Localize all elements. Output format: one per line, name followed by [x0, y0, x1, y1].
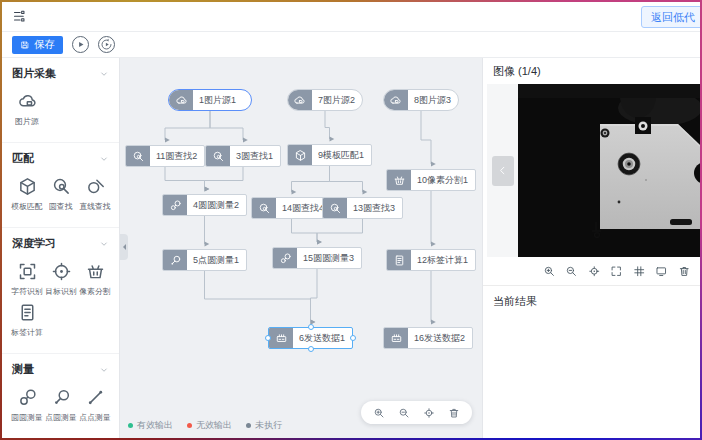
tool-item-label: 字符识别	[11, 286, 42, 297]
circle-find-icon	[126, 146, 150, 166]
flow-node[interactable]: 4圆圆测量2	[162, 194, 247, 216]
image-toolbar	[483, 257, 700, 285]
sidebar-section-header[interactable]: 匹配	[2, 143, 119, 169]
node-connection-handle[interactable]	[265, 335, 271, 341]
zoom-out-icon[interactable]	[565, 265, 578, 278]
flow-node[interactable]: 10像素分割1	[386, 169, 476, 191]
target-icon	[51, 261, 72, 282]
flow-node[interactable]: 13圆查找3	[322, 197, 403, 219]
legend-dot	[128, 423, 133, 428]
legend-item: 未执行	[246, 419, 282, 432]
delete-icon[interactable]	[678, 265, 691, 278]
tool-item-label: 模板匹配	[11, 201, 42, 212]
cloud-image-icon	[175, 94, 188, 107]
tool-item[interactable]: 直线查找	[78, 176, 112, 213]
circle-find-icon	[132, 150, 145, 163]
tool-item-label: 目标识别	[45, 286, 76, 297]
flow-node[interactable]: 6发送数据1	[268, 327, 353, 349]
flow-node[interactable]: 5点圆测量1	[162, 249, 247, 271]
tool-item[interactable]: 字符识别	[10, 261, 44, 298]
run-button[interactable]	[72, 36, 89, 53]
cloud-image-icon	[17, 91, 38, 112]
sidebar-section-header[interactable]: 深度学习	[2, 228, 119, 254]
locate-icon[interactable]	[423, 407, 435, 419]
node-connection-handle[interactable]	[350, 335, 356, 341]
sidebar-section: 图片采集图片源	[2, 58, 119, 143]
flow-canvas[interactable]: 1图片源17图片源28图片源311圆查找23圆查找19模板匹配110像素分割14…	[120, 58, 482, 438]
tool-item[interactable]: 点点测量	[78, 387, 112, 424]
send-data-icon	[269, 328, 293, 348]
label-calc-icon	[393, 254, 406, 267]
flow-node[interactable]: 1图片源1	[168, 89, 252, 111]
circle-find-icon	[212, 150, 225, 163]
tool-item[interactable]: 圆圆测量	[10, 387, 44, 424]
step-run-button[interactable]	[98, 36, 115, 53]
legend-label: 未执行	[255, 419, 282, 432]
flow-node-label: 7图片源2	[312, 90, 362, 110]
grid-icon[interactable]	[633, 265, 646, 278]
tool-item[interactable]: 像素分割	[78, 261, 112, 298]
tool-item[interactable]: 点圆测量	[44, 387, 78, 424]
tool-item[interactable]: 图片源	[10, 91, 44, 128]
flow-node-label: 9模板匹配1	[312, 145, 371, 165]
tool-item-label: 直线查找	[79, 201, 110, 212]
flow-node[interactable]: 7图片源2	[287, 89, 363, 111]
circle-find-icon	[252, 198, 276, 218]
zoom-in-icon[interactable]	[373, 407, 385, 419]
flow-node[interactable]: 16发送数据2	[383, 327, 473, 349]
prev-image-button[interactable]	[492, 156, 514, 186]
top-bar: 返回低代	[2, 2, 700, 32]
send-data-icon	[275, 332, 288, 345]
sidebar-section-title: 图片采集	[12, 66, 56, 81]
flow-node[interactable]: 12标签计算1	[386, 249, 476, 271]
camera-image[interactable]	[518, 84, 700, 257]
tool-item[interactable]: 标签计算	[10, 302, 44, 339]
tool-item[interactable]: 圆查找	[44, 176, 78, 213]
image-viewer	[487, 84, 700, 257]
locate-icon[interactable]	[588, 265, 601, 278]
tool-sidebar: 图片采集图片源匹配模板匹配圆查找直线查找深度学习字符识别目标识别像素分割标签计算…	[2, 58, 120, 438]
delete-icon[interactable]	[448, 407, 460, 419]
legend-label: 有效输出	[137, 419, 173, 432]
current-results-title: 当前结果	[483, 286, 700, 317]
run-icon	[74, 38, 87, 51]
zoom-out-icon[interactable]	[398, 407, 410, 419]
workflow-list-icon[interactable]	[12, 9, 27, 24]
sidebar-section-title: 测量	[12, 362, 34, 377]
circle-circle-measure-icon	[17, 387, 38, 408]
fullscreen-icon[interactable]	[610, 265, 623, 278]
flow-node-label: 12标签计算1	[411, 250, 475, 270]
circle-find-icon	[323, 198, 347, 218]
tool-item-label: 图片源	[15, 116, 38, 127]
flow-node[interactable]: 11圆查找2	[125, 145, 205, 167]
flow-node[interactable]: 9模板匹配1	[287, 144, 372, 166]
tool-item[interactable]: 目标识别	[44, 261, 78, 298]
send-data-icon	[390, 332, 403, 345]
flow-node-label: 4圆圆测量2	[187, 195, 246, 215]
sidebar-section-items: 字符识别目标识别像素分割标签计算	[2, 254, 119, 349]
sidebar-section-header[interactable]: 图片采集	[2, 58, 119, 84]
tool-item[interactable]: 模板匹配	[10, 176, 44, 213]
node-connection-handle[interactable]	[308, 346, 314, 352]
flow-node[interactable]: 3圆查找1	[205, 145, 281, 167]
cloud-image-icon	[384, 90, 408, 110]
sidebar-section-header[interactable]: 测量	[2, 354, 119, 380]
circle-find-icon	[206, 146, 230, 166]
save-button[interactable]: 保存	[12, 36, 63, 54]
flow-node-label: 13圆查找3	[347, 198, 402, 218]
flow-node-label: 8图片源3	[408, 90, 458, 110]
flow-node[interactable]: 15圆圆测量3	[272, 247, 362, 269]
flow-node[interactable]: 14圆查找4	[251, 197, 332, 219]
flow-node[interactable]: 8图片源3	[383, 89, 459, 111]
cloud-image-icon	[389, 94, 402, 107]
node-connection-handle[interactable]	[308, 324, 314, 330]
chevron-down-icon	[99, 154, 109, 164]
sidebar-collapse-handle[interactable]	[120, 234, 128, 260]
image-nav-strip	[487, 84, 518, 257]
image-panel-title: 图像 (1/4)	[483, 58, 700, 84]
back-to-lowcode-button[interactable]: 返回低代	[641, 6, 700, 28]
screen-icon[interactable]	[655, 265, 668, 278]
zoom-in-icon[interactable]	[543, 265, 556, 278]
point-circle-measure-icon	[169, 254, 182, 267]
legend-label: 无效输出	[196, 419, 232, 432]
